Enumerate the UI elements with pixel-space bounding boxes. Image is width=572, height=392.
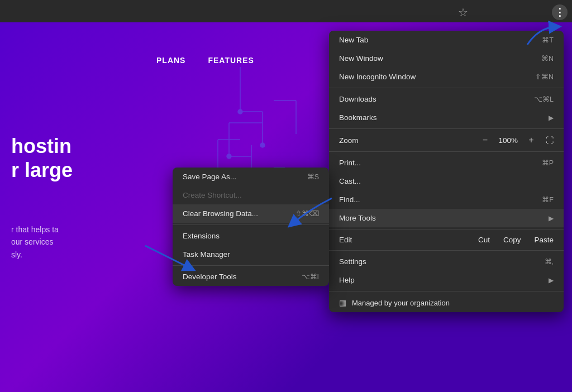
submenu-item-task-manager[interactable]: Task Manager bbox=[173, 245, 329, 264]
menu-item-cast[interactable]: Cast... bbox=[329, 172, 564, 190]
submenu-item-developer-tools[interactable]: Developer Tools ⌥⌘I bbox=[173, 267, 329, 286]
zoom-minus-button[interactable]: − bbox=[478, 135, 492, 145]
menu-item-print[interactable]: Print... ⌘P bbox=[329, 154, 564, 172]
chrome-context-menu: New Tab ⌘T New Window ⌘N New Incognito W… bbox=[329, 31, 564, 312]
edit-label: Edit bbox=[339, 236, 478, 244]
submenu-item-create-shortcut[interactable]: Create Shortcut... bbox=[173, 186, 329, 204]
managed-icon: ▦ bbox=[339, 298, 346, 307]
svg-point-16 bbox=[260, 143, 265, 147]
menu-divider-4 bbox=[329, 229, 564, 230]
menu-item-find-shortcut: ⌘F bbox=[542, 195, 554, 204]
submenu-developer-tools-label: Developer Tools bbox=[183, 273, 237, 281]
more-tools-submenu: Save Page As... ⌘S Create Shortcut... Cl… bbox=[173, 168, 329, 286]
menu-item-downloads-label: Downloads bbox=[339, 95, 376, 103]
menu-divider-2 bbox=[329, 128, 564, 129]
menu-item-downloads-shortcut: ⌥⌘L bbox=[534, 95, 554, 103]
menu-item-more-tools-label: More Tools bbox=[339, 214, 376, 222]
hero-subtext: r that helps taour servicessly. bbox=[11, 223, 59, 261]
webpage-nav: PLANS FEATURES bbox=[156, 56, 254, 65]
menu-item-bookmarks-label: Bookmarks bbox=[339, 113, 377, 122]
chrome-menu-button[interactable]: ⋮ bbox=[552, 4, 568, 20]
edit-paste-button[interactable]: Paste bbox=[534, 236, 554, 244]
submenu-task-manager-label: Task Manager bbox=[183, 250, 230, 259]
menu-item-more-tools-arrow: ▶ bbox=[549, 214, 554, 222]
bookmark-star-icon[interactable]: ☆ bbox=[458, 6, 468, 19]
menu-divider-6 bbox=[329, 291, 564, 291]
svg-point-15 bbox=[238, 109, 242, 114]
menu-item-downloads[interactable]: Downloads ⌥⌘L bbox=[329, 90, 564, 108]
nav-features[interactable]: FEATURES bbox=[208, 56, 254, 65]
submenu-divider-2 bbox=[173, 265, 329, 266]
menu-item-zoom: Zoom − 100% + ⛶ bbox=[329, 131, 564, 150]
submenu-clear-browsing-shortcut: ⇧⌘⌫ bbox=[295, 209, 319, 218]
menu-item-help[interactable]: Help ▶ bbox=[329, 271, 564, 289]
menu-item-incognito[interactable]: New Incognito Window ⇧⌘N bbox=[329, 68, 564, 86]
menu-item-new-window-shortcut: ⌘N bbox=[541, 54, 554, 63]
menu-item-help-label: Help bbox=[339, 276, 355, 284]
menu-divider-3 bbox=[329, 151, 564, 152]
menu-item-print-shortcut: ⌘P bbox=[542, 159, 554, 167]
menu-item-incognito-shortcut: ⇧⌘N bbox=[535, 73, 554, 81]
submenu-clear-browsing-label: Clear Browsing Data... bbox=[183, 209, 258, 218]
menu-item-find[interactable]: Find... ⌘F bbox=[329, 190, 564, 209]
nav-plans[interactable]: PLANS bbox=[156, 56, 185, 65]
submenu-item-clear-browsing-data[interactable]: Clear Browsing Data... ⇧⌘⌫ bbox=[173, 204, 329, 223]
menu-item-settings-label: Settings bbox=[339, 257, 366, 266]
menu-item-new-window[interactable]: New Window ⌘N bbox=[329, 49, 564, 68]
menu-item-cast-label: Cast... bbox=[339, 177, 361, 185]
menu-item-edit: Edit Cut Copy Paste bbox=[329, 231, 564, 248]
menu-item-new-tab-label: New Tab bbox=[339, 36, 368, 44]
menu-divider-1 bbox=[329, 88, 564, 88]
submenu-save-page-label: Save Page As... bbox=[183, 173, 236, 181]
zoom-label: Zoom bbox=[339, 136, 478, 145]
menu-item-find-label: Find... bbox=[339, 195, 360, 204]
submenu-extensions-label: Extensions bbox=[183, 232, 220, 240]
menu-item-bookmarks[interactable]: Bookmarks ▶ bbox=[329, 108, 564, 127]
menu-item-more-tools[interactable]: More Tools ▶ bbox=[329, 209, 564, 227]
edit-cut-button[interactable]: Cut bbox=[478, 236, 490, 244]
menu-item-new-window-label: New Window bbox=[339, 54, 383, 63]
submenu-item-save-page-as[interactable]: Save Page As... ⌘S bbox=[173, 168, 329, 186]
submenu-item-extensions[interactable]: Extensions bbox=[173, 227, 329, 245]
submenu-save-page-shortcut: ⌘S bbox=[307, 173, 319, 181]
edit-copy-button[interactable]: Copy bbox=[503, 236, 521, 244]
zoom-fullscreen-button[interactable]: ⛶ bbox=[546, 136, 554, 145]
menu-divider-5 bbox=[329, 250, 564, 251]
submenu-create-shortcut-label: Create Shortcut... bbox=[183, 191, 242, 199]
menu-item-new-tab-shortcut: ⌘T bbox=[542, 36, 554, 44]
zoom-value: 100% bbox=[498, 136, 518, 145]
managed-label: Managed by your organization bbox=[352, 299, 450, 307]
menu-item-help-arrow: ▶ bbox=[549, 276, 554, 284]
browser-topbar: ☆ ⋮ bbox=[0, 0, 572, 22]
menu-item-managed: ▦ Managed by your organization bbox=[329, 293, 564, 312]
menu-item-print-label: Print... bbox=[339, 159, 361, 167]
zoom-plus-button[interactable]: + bbox=[525, 135, 538, 145]
hero-heading: hostinr large bbox=[11, 134, 73, 182]
menu-item-settings-shortcut: ⌘, bbox=[545, 257, 554, 266]
menu-item-new-tab[interactable]: New Tab ⌘T bbox=[329, 31, 564, 49]
menu-item-bookmarks-arrow: ▶ bbox=[549, 114, 554, 122]
svg-point-17 bbox=[227, 154, 231, 159]
menu-item-incognito-label: New Incognito Window bbox=[339, 73, 416, 81]
menu-item-settings[interactable]: Settings ⌘, bbox=[329, 252, 564, 271]
submenu-divider-1 bbox=[173, 224, 329, 225]
submenu-developer-tools-shortcut: ⌥⌘I bbox=[302, 273, 319, 281]
